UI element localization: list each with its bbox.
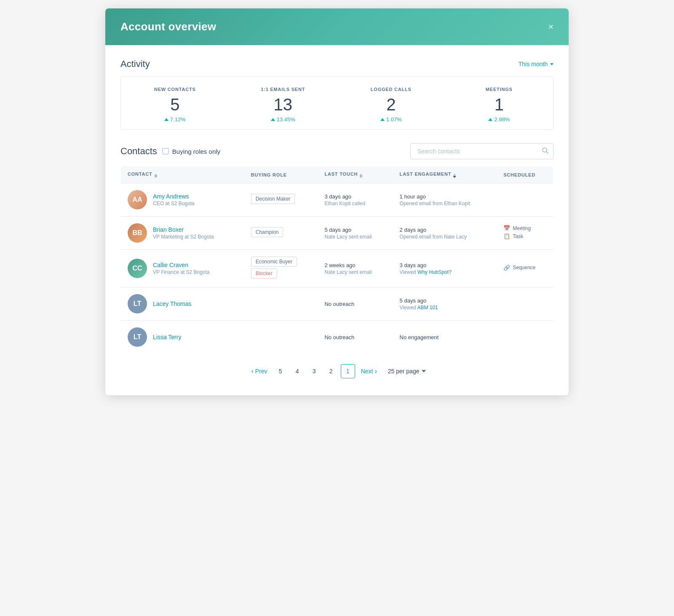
scheduled-label: Sequence bbox=[513, 265, 535, 271]
contact-details: Amy Andrews CEO at S2 Bogota bbox=[153, 193, 195, 206]
page-button[interactable]: 3 bbox=[307, 364, 321, 378]
modal-body: Activity This month NEW CONTACTS 5 7.12%… bbox=[105, 45, 569, 395]
activity-stat: MEETINGS 1 2.98% bbox=[445, 87, 554, 123]
buying-role-cell: Decision Maker bbox=[244, 183, 318, 217]
contact-name[interactable]: Amy Andrews bbox=[153, 193, 195, 200]
contact-info: BB Brian Boxer VP Marketing at S2 Bogota bbox=[128, 223, 238, 243]
account-overview-modal: Account overview × Activity This month N… bbox=[105, 8, 569, 395]
trend-up-icon bbox=[380, 118, 385, 121]
activity-title: Activity bbox=[120, 59, 150, 70]
buying-role-cell bbox=[244, 321, 318, 354]
avatar: LT bbox=[128, 327, 147, 347]
contacts-title: Contacts bbox=[120, 146, 157, 157]
engagement-value: 3 days ago bbox=[400, 262, 490, 268]
next-button[interactable]: Next › bbox=[358, 366, 380, 377]
pagination: ‹ Prev 54321 Next › 25 per page bbox=[120, 354, 554, 382]
last-touch-value: 5 days ago bbox=[324, 227, 386, 233]
svg-line-1 bbox=[546, 152, 548, 153]
modal-title: Account overview bbox=[120, 20, 216, 33]
last-touch-sub: Ethan Kopit called bbox=[324, 201, 386, 206]
stat-change: 13.45% bbox=[229, 116, 337, 123]
table-row: CC Callie Craven VP Finance at S2 Bogota… bbox=[121, 250, 554, 287]
prev-button[interactable]: ‹ Prev bbox=[248, 366, 271, 377]
time-filter-button[interactable]: This month bbox=[519, 61, 554, 67]
per-page-dropdown-icon[interactable] bbox=[422, 370, 426, 372]
last-engagement-cell: 1 hour ago Opened email from Ethan Kopit bbox=[393, 183, 497, 217]
stat-label: 1:1 EMAILS SENT bbox=[229, 87, 337, 92]
scheduled-cell bbox=[497, 183, 553, 217]
last-touch-value: 3 days ago bbox=[324, 193, 386, 200]
engagement-value: 2 days ago bbox=[400, 227, 490, 233]
search-input[interactable] bbox=[410, 143, 554, 159]
scheduled-icon: 🔗 bbox=[503, 265, 510, 271]
scheduled-cell bbox=[497, 287, 553, 321]
last-touch-sub: Nate Lacy sent email bbox=[324, 269, 386, 275]
page-button[interactable]: 5 bbox=[273, 364, 288, 378]
scheduled-label: Meeting bbox=[513, 225, 531, 231]
buying-roles-label: Buying roles only bbox=[172, 148, 220, 155]
contacts-section-header: Contacts Buying roles only bbox=[120, 143, 554, 159]
scheduled-item: 🔗Sequence bbox=[503, 265, 546, 271]
table-column-header[interactable]: CONTACT bbox=[121, 166, 244, 183]
role-badge: Decision Maker bbox=[251, 194, 295, 204]
engagement-link[interactable]: ABM 101 bbox=[417, 305, 438, 311]
avatar: LT bbox=[128, 294, 147, 313]
contact-cell: LT Lissa Terry bbox=[121, 321, 244, 354]
close-button[interactable]: × bbox=[548, 22, 554, 32]
contact-name[interactable]: Callie Craven bbox=[153, 262, 210, 268]
engagement-link[interactable]: Why HubSpot? bbox=[417, 269, 452, 275]
page-button[interactable]: 2 bbox=[324, 364, 338, 378]
engagement-sub: Viewed Why HubSpot? bbox=[400, 269, 490, 275]
scheduled-icon: 📅 bbox=[503, 225, 510, 231]
table-row: BB Brian Boxer VP Marketing at S2 Bogota… bbox=[121, 217, 554, 250]
last-touch-cell: No outreach bbox=[318, 287, 393, 321]
sort-icon bbox=[154, 174, 158, 178]
contact-details: Callie Craven VP Finance at S2 Bogota bbox=[153, 262, 210, 275]
table-column-header[interactable]: LAST ENGAGEMENT bbox=[393, 166, 497, 183]
modal-header: Account overview × bbox=[105, 8, 569, 45]
contact-cell: BB Brian Boxer VP Marketing at S2 Bogota bbox=[121, 217, 244, 250]
engagement-sub: Opened email from Nate Lacy bbox=[400, 234, 490, 240]
contact-name[interactable]: Lacey Thomas bbox=[153, 300, 192, 307]
activity-stat: NEW CONTACTS 5 7.12% bbox=[121, 87, 229, 123]
stat-value: 2 bbox=[337, 96, 445, 113]
sort-icon bbox=[453, 174, 456, 178]
contacts-table: CONTACTBUYING ROLELAST TOUCHLAST ENGAGEM… bbox=[120, 166, 554, 354]
avatar: AA bbox=[128, 190, 147, 209]
scheduled-item: 📅Meeting bbox=[503, 225, 546, 231]
contact-title: VP Finance at S2 Bogota bbox=[153, 269, 210, 275]
contact-details: Lacey Thomas bbox=[153, 300, 192, 307]
trend-up-icon bbox=[488, 118, 492, 121]
contact-info: LT Lacey Thomas bbox=[128, 294, 238, 313]
per-page-selector: 25 per page bbox=[388, 368, 426, 375]
contacts-left: Contacts Buying roles only bbox=[120, 146, 220, 157]
table-column-header[interactable]: LAST TOUCH bbox=[318, 166, 393, 183]
prev-label: Prev bbox=[255, 368, 267, 375]
stat-value: 1 bbox=[445, 96, 554, 113]
chevron-down-icon bbox=[550, 63, 554, 65]
activity-section-header: Activity This month bbox=[120, 59, 554, 70]
activity-stat: 1:1 EMAILS SENT 13 13.45% bbox=[229, 87, 337, 123]
engagement-value: 1 hour ago bbox=[400, 193, 490, 200]
role-badge: Blocker bbox=[251, 268, 277, 279]
search-wrapper bbox=[410, 143, 554, 159]
buying-role-cell bbox=[244, 287, 318, 321]
last-engagement-cell: No engagement bbox=[393, 321, 497, 354]
contact-cell: CC Callie Craven VP Finance at S2 Bogota bbox=[121, 250, 244, 287]
contact-info: AA Amy Andrews CEO at S2 Bogota bbox=[128, 190, 238, 209]
contact-cell: LT Lacey Thomas bbox=[121, 287, 244, 321]
table-column-header: SCHEDULED bbox=[497, 166, 553, 183]
page-button[interactable]: 1 bbox=[341, 364, 355, 378]
buying-roles-checkbox[interactable] bbox=[162, 148, 169, 155]
contact-name[interactable]: Brian Boxer bbox=[153, 226, 214, 233]
trend-up-icon bbox=[271, 118, 275, 121]
contact-name[interactable]: Lissa Terry bbox=[153, 334, 181, 340]
stat-value: 5 bbox=[121, 96, 229, 113]
page-button[interactable]: 4 bbox=[290, 364, 305, 378]
table-column-header: BUYING ROLE bbox=[244, 166, 318, 183]
last-touch-value: 2 weeks ago bbox=[324, 262, 386, 268]
engagement-sub: Opened email from Ethan Kopit bbox=[400, 201, 490, 206]
stat-change: 1.07% bbox=[337, 116, 445, 123]
buying-role-cell: Economic BuyerBlocker bbox=[244, 250, 318, 287]
next-label: Next bbox=[361, 368, 373, 375]
